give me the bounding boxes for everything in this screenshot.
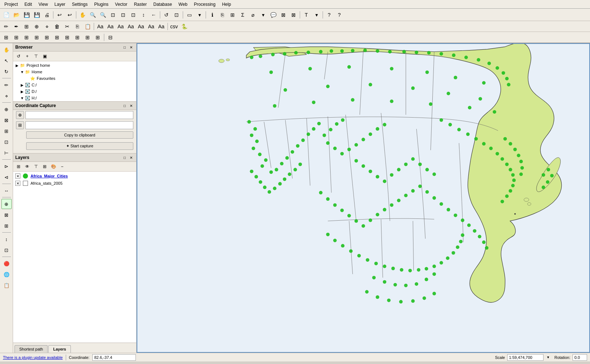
vtool6-btn[interactable]: ⊳ [1, 161, 12, 171]
open-layer-attr-btn[interactable]: ⊞ [15, 163, 23, 171]
zoom-in-btn[interactable]: 🔍 [88, 10, 97, 20]
bookmark2-btn[interactable]: ⊠ [289, 10, 298, 20]
tab-shortest-path[interactable]: Shortest path [15, 345, 48, 353]
map-area[interactable] [137, 43, 590, 353]
coord-input-1[interactable] [25, 111, 133, 119]
delete-selected-btn[interactable]: 🗑 [52, 22, 62, 31]
label4-btn[interactable]: Aa [126, 22, 136, 31]
toggle-layer-visibility-btn[interactable]: 👁 [23, 163, 31, 171]
menu-plugins[interactable]: Plugins [91, 1, 111, 8]
menu-help[interactable]: Help [219, 1, 234, 8]
coord-display[interactable] [92, 354, 136, 361]
zoom-full-btn[interactable]: ⊡ [108, 10, 118, 20]
vtool16-btn[interactable]: 📋 [1, 280, 12, 290]
copy-feature-btn[interactable]: ⎘ [73, 22, 82, 31]
edit-vtool-btn[interactable]: ✏ [1, 80, 12, 90]
text-annot-btn[interactable]: T [302, 10, 311, 20]
vtool12-btn[interactable]: ↕ [1, 234, 12, 244]
measure-dropdown-btn[interactable]: ▾ [258, 10, 268, 20]
vtool1-btn[interactable]: ⊕ [1, 104, 12, 114]
layer-item-stats[interactable]: ✕ Africa_stats_2005 [14, 180, 136, 187]
help-btn[interactable]: ? [324, 10, 334, 20]
zoom-out-btn[interactable]: 🔍 [98, 10, 108, 20]
plugin11-btn[interactable]: ⊟ [106, 33, 115, 42]
label6-btn[interactable]: Aa [146, 22, 156, 31]
menu-web[interactable]: Web [175, 1, 190, 8]
browser-close-btn[interactable]: ✕ [128, 44, 134, 50]
copy-to-clipboard-btn[interactable]: Copy to clipboard [26, 131, 133, 139]
menu-processing[interactable]: Processing [191, 1, 218, 8]
layer-check-cities[interactable]: ✕ [15, 173, 20, 179]
menu-view[interactable]: View [36, 1, 51, 8]
paste-feature-btn[interactable]: 📋 [83, 22, 92, 31]
browser-filter-btn[interactable]: ⊤ [32, 52, 40, 60]
node-vtool-btn[interactable]: ⋄ [1, 91, 12, 101]
vtool14-btn[interactable]: 🔴 [1, 258, 12, 269]
menu-settings[interactable]: Settings [69, 1, 90, 8]
label5-btn[interactable]: Aa [136, 22, 146, 31]
vtool9-btn[interactable]: ⊕ [1, 199, 12, 209]
coord-maximize-btn[interactable]: □ [122, 103, 128, 109]
menu-layer[interactable]: Layer [52, 1, 68, 8]
tree-item-d[interactable]: ▶ 💽 D:/ [19, 88, 136, 95]
tree-item-home[interactable]: ▼ 📁 Home [19, 69, 136, 75]
vtool13-btn[interactable]: ⊡ [1, 245, 12, 255]
refresh-btn[interactable]: ↺ [162, 10, 171, 20]
layers-maximize-btn[interactable]: □ [122, 155, 128, 160]
vtool15-btn[interactable]: 🌐 [1, 269, 12, 279]
annotation-btn[interactable]: 💬 [268, 10, 278, 20]
add-layer-btn[interactable]: ⊞ [41, 163, 49, 171]
new-project-btn[interactable]: 📄 [1, 10, 11, 20]
menu-edit[interactable]: Edit [21, 1, 35, 8]
scale-display[interactable] [507, 354, 543, 361]
add-feature-btn[interactable]: ⊞ [22, 22, 31, 31]
cursor-btn[interactable]: ↖ [1, 56, 12, 66]
vtool7-btn[interactable]: ⊲ [1, 172, 12, 182]
browser-collapse-btn[interactable]: ▣ [41, 52, 49, 60]
plugin5-btn[interactable]: ⊞ [42, 33, 52, 42]
vtool4-btn[interactable]: ⊡ [1, 137, 12, 147]
vtool10-btn[interactable]: ⊠ [1, 210, 12, 220]
rotation-display[interactable] [573, 354, 587, 361]
plugin3-btn[interactable]: ⊞ [22, 33, 31, 42]
digitize-btn[interactable]: ✒ [12, 22, 21, 31]
layer-item-cities[interactable]: ✕ Africa_Major_Cities [14, 172, 136, 180]
tab-layers[interactable]: Layers [48, 345, 70, 353]
vtool2-btn[interactable]: ⊠ [1, 115, 12, 125]
open-project-btn[interactable]: 📂 [12, 10, 21, 20]
copy-coord-btn[interactable]: ⎘ [218, 10, 227, 20]
plugin10-btn[interactable]: ⊞ [93, 33, 102, 42]
menu-vector[interactable]: Vector [112, 1, 130, 8]
expand-icon[interactable]: ▶ [15, 63, 20, 68]
filter-layer-btn[interactable]: ⊤ [32, 163, 40, 171]
layers-close-btn[interactable]: ✕ [128, 155, 134, 160]
coord-close-btn[interactable]: ✕ [128, 103, 134, 109]
expand-icon[interactable]: ▶ [20, 82, 25, 87]
pan-btn[interactable]: ✋ [78, 10, 87, 20]
plugin2-btn[interactable]: ⊞ [12, 33, 21, 42]
undo-btn[interactable]: ↩ [55, 10, 64, 20]
cut-feature-btn[interactable]: ✂ [62, 22, 72, 31]
browser-maximize-btn[interactable]: □ [122, 44, 128, 50]
tree-item-c[interactable]: ▶ 💽 C:/ [19, 82, 136, 88]
menu-raster[interactable]: Raster [131, 1, 150, 8]
expand-icon[interactable]: ▶ [20, 89, 25, 94]
menu-database[interactable]: Database [150, 1, 175, 8]
plugin4-btn[interactable]: ⊞ [32, 33, 41, 42]
vtool5-btn[interactable]: ⊢ [1, 148, 12, 158]
layer-style-btn[interactable]: 🎨 [49, 163, 57, 171]
save-project-btn[interactable]: 💾 [22, 10, 31, 20]
edit-pen-btn[interactable]: ✏ [1, 22, 11, 31]
tree-item-project-home[interactable]: ▶ 📁 Project home [14, 62, 136, 69]
plugin6-btn[interactable]: ⊞ [52, 33, 62, 42]
layer-check-stats[interactable]: ✕ [15, 181, 20, 186]
plugin1-btn[interactable]: ⊞ [1, 33, 11, 42]
browser-add-btn[interactable]: + [23, 52, 31, 60]
vtool8-btn[interactable]: ↔ [1, 185, 12, 196]
coord-input-2[interactable] [25, 121, 133, 129]
node-tool-btn[interactable]: ⋄ [42, 22, 52, 31]
move-feature-btn[interactable]: ⊕ [32, 22, 41, 31]
pan-prev-btn[interactable]: ← [149, 10, 158, 20]
print-btn[interactable]: 🖨 [42, 10, 52, 20]
expand-icon[interactable]: ▼ [20, 69, 25, 74]
